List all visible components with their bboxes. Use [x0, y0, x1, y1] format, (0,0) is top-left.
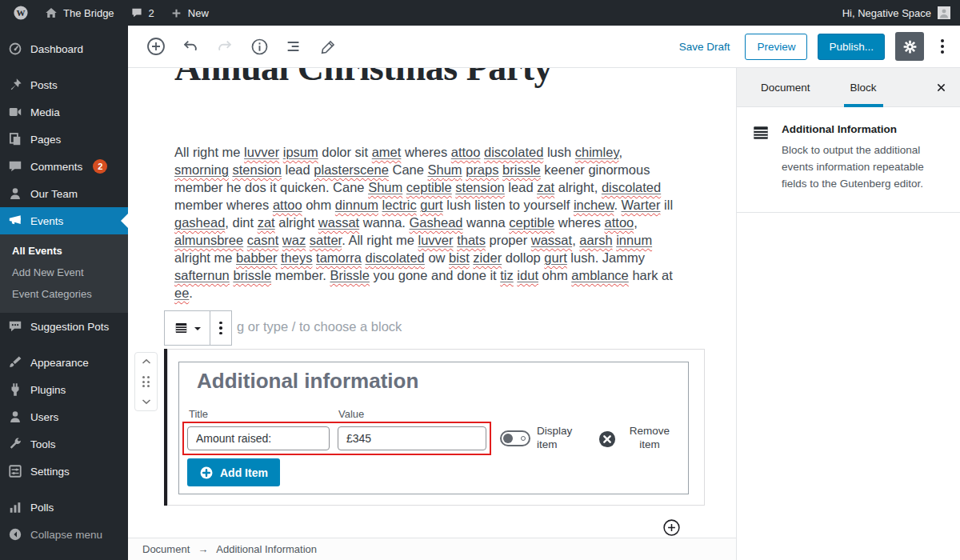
sidebar-item-posts[interactable]: Posts — [0, 71, 128, 98]
misspelled-word: stension — [232, 162, 281, 177]
block-mover — [134, 352, 158, 411]
misspelled-word: attoo — [451, 145, 481, 159]
post-paragraph[interactable]: All right me luvver ipsum dolor sit amet… — [174, 143, 675, 302]
sidebar-item-label: Dashboard — [30, 43, 83, 55]
circled-plus-icon — [146, 37, 166, 56]
add-block-button[interactable] — [662, 518, 682, 537]
info-icon — [250, 38, 269, 56]
block-inserter-button[interactable] — [146, 36, 166, 57]
sidebar-item-label: Polls — [30, 502, 54, 514]
misspelled-word: waz — [282, 233, 306, 247]
misspelled-word: lectric — [382, 198, 417, 212]
editor-canvas: Annual Christmas Party All right me luvv… — [128, 68, 736, 538]
remove-item-button[interactable] — [598, 430, 616, 448]
new-content-menu[interactable]: New — [162, 0, 217, 26]
gear-icon — [902, 38, 918, 55]
content-structure-button[interactable] — [249, 36, 270, 57]
sidebar-item-media[interactable]: Media — [0, 98, 128, 126]
misspelled-word: gurt — [544, 250, 566, 265]
move-up-button[interactable] — [142, 358, 151, 365]
more-options-button[interactable] — [934, 34, 950, 58]
block-card-table-icon — [751, 123, 770, 193]
sidebar-item-our-team[interactable]: Our Team — [0, 180, 128, 207]
sidebar-item-suggestion-pots[interactable]: Suggestion Pots — [0, 313, 128, 340]
misspelled-word: discolated — [484, 145, 543, 159]
misspelled-word: zat — [537, 180, 554, 194]
avatar — [938, 6, 950, 19]
misspelled-word: ipsum — [283, 145, 318, 159]
sidebar-item-comments[interactable]: Comments2 — [0, 153, 128, 180]
block-options-button[interactable] — [210, 311, 231, 345]
breadcrumb-document[interactable]: Document — [142, 543, 190, 555]
sidebar-item-pages[interactable]: Pages — [0, 126, 128, 153]
sidebar-item-label: Plugins — [30, 384, 66, 396]
media-icon — [7, 104, 23, 120]
sidebar-item-events[interactable]: Events — [0, 207, 128, 234]
selected-block-outline[interactable]: Additional information Title Value Displ… — [167, 349, 705, 506]
dashboard-icon — [7, 41, 23, 57]
sidebar-subitem-add-new-event[interactable]: Add New Event — [0, 262, 128, 283]
sidebar-item-appearance[interactable]: Appearance — [0, 349, 128, 376]
circled-plus-icon — [662, 518, 681, 537]
misspelled-word: zat — [258, 215, 275, 230]
misspelled-word: attoo — [273, 198, 302, 212]
misspelled-word: discolated — [366, 250, 425, 265]
display-item-toggle[interactable] — [500, 430, 530, 446]
sliders-icon — [7, 463, 23, 479]
account-menu[interactable]: Hi, Negative Space — [842, 0, 960, 26]
block-type-button[interactable] — [165, 311, 210, 345]
misspelled-word: aarsh — [579, 233, 612, 247]
tab-document[interactable]: Document — [745, 68, 826, 106]
post-title[interactable]: Annual Christmas Party — [174, 68, 552, 89]
collapse-icon — [7, 526, 23, 542]
sidebar-item-label: Comments — [30, 161, 82, 173]
preview-button[interactable]: Preview — [745, 34, 807, 60]
save-draft-button[interactable]: Save Draft — [674, 40, 735, 54]
drag-handle[interactable] — [142, 376, 150, 387]
tab-block[interactable]: Block — [834, 68, 893, 106]
chat-icon — [7, 318, 23, 334]
sidebar-item-polls[interactable]: Polls — [0, 494, 128, 521]
chevron-up-icon — [142, 358, 151, 365]
undo-button[interactable] — [180, 36, 201, 57]
value-field[interactable] — [338, 426, 486, 450]
misspelled-word: dinnum — [335, 198, 378, 212]
publish-button[interactable]: Publish... — [818, 34, 885, 60]
misspelled-word: amblance — [571, 268, 629, 282]
wrench-icon — [7, 436, 23, 452]
misspelled-word: bist — [449, 250, 470, 265]
sidebar-item-dashboard[interactable]: Dashboard — [0, 35, 128, 62]
misspelled-word: satter — [310, 233, 342, 247]
sidebar-subitem-all-events[interactable]: All Events — [0, 240, 128, 262]
settings-gear-button[interactable] — [895, 32, 924, 61]
close-settings-button[interactable] — [930, 76, 952, 98]
title-field[interactable] — [187, 426, 330, 450]
admin-comments-shortcut[interactable]: 2 — [122, 0, 162, 26]
redo-button[interactable] — [214, 36, 235, 57]
site-name-menu[interactable]: The Bridge — [37, 0, 122, 26]
sidebar-item-tools[interactable]: Tools — [0, 430, 128, 458]
sidebar-item-settings[interactable]: Settings — [0, 458, 128, 485]
sidebar-subitem-event-categories[interactable]: Event Categories — [0, 283, 128, 305]
additional-information-block: Additional information Title Value Displ… — [178, 362, 689, 494]
add-item-button[interactable]: Add Item — [187, 458, 280, 486]
sidebar-item-label: Suggestion Pots — [30, 321, 109, 333]
misspelled-word: almunsbree — [174, 233, 243, 247]
sidebar-item-plugins[interactable]: Plugins — [0, 376, 128, 403]
misspelled-word: Warter — [622, 198, 661, 212]
block-navigation-button[interactable] — [283, 36, 304, 57]
edit-mode-button[interactable] — [318, 36, 338, 57]
move-down-button[interactable] — [142, 398, 151, 405]
list-view-icon — [285, 38, 302, 55]
misspelled-word: idut — [517, 268, 538, 282]
misspelled-word: plasterscene — [314, 162, 389, 177]
misspelled-word: brissle — [233, 268, 271, 282]
wordpress-logo-menu[interactable]: W — [5, 0, 37, 26]
wordpress-logo-icon: W — [13, 5, 29, 21]
sidebar-item-collapse-menu[interactable]: Collapse menu — [0, 521, 128, 548]
sidebar-item-users[interactable]: Users — [0, 403, 128, 430]
empty-block-placeholder[interactable]: g or type / to choose a block — [237, 319, 402, 334]
home-icon — [45, 6, 58, 19]
pages-icon — [7, 131, 23, 147]
new-label: New — [188, 7, 209, 19]
